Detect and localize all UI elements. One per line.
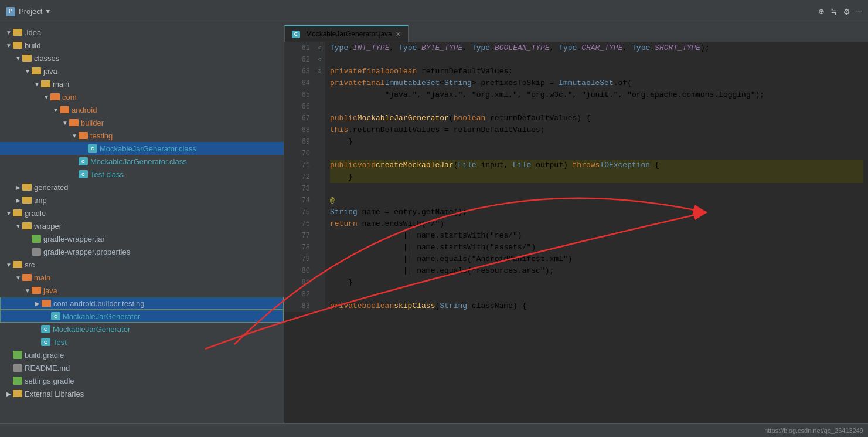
class-icon: C	[41, 325, 50, 333]
tree-arrow-icon[interactable]: ▶	[14, 184, 22, 191]
tree-arrow-icon[interactable]: ▼	[14, 223, 22, 229]
code-line: || name.equals("resources.arsc");	[330, 265, 863, 277]
folder-icon	[69, 119, 79, 126]
tree-label: testing	[90, 131, 113, 140]
tree-label: android	[72, 106, 97, 114]
tree-arrow-icon[interactable]: ▼	[5, 262, 13, 268]
tree-arrow-icon[interactable]: ▼	[5, 42, 13, 49]
title-bar-icons: ⊕ ≒ ⚙ —	[818, 6, 862, 18]
tree-arrow-icon[interactable]: ▼	[5, 210, 13, 216]
tab-close-button[interactable]: ✕	[396, 31, 401, 38]
tree-item[interactable]: ▼build	[0, 39, 284, 52]
tree-item[interactable]: ▼src	[0, 258, 284, 271]
tree-label: main	[34, 273, 50, 282]
tree-item[interactable]: ▶tmp	[0, 194, 284, 206]
code-line	[330, 101, 863, 113]
tree-arrow-icon[interactable]: ▼	[14, 275, 22, 281]
tree-label: builder	[81, 118, 104, 127]
tree-arrow-icon[interactable]: ▶	[5, 391, 13, 397]
main-content: ▼.idea▼build▼classes▼java▼main▼com▼andro…	[0, 23, 868, 423]
tree-label: generated	[34, 183, 69, 192]
tree-arrow-icon[interactable]: ▶	[33, 300, 42, 307]
tree-item[interactable]: CMockableJarGenerator	[0, 310, 284, 323]
class-icon: C	[41, 338, 50, 346]
tree-item[interactable]: ▼android	[0, 103, 284, 116]
tree-arrow-icon[interactable]: ▼	[70, 133, 79, 139]
status-url: https://blog.csdn.net/qq_26413249	[764, 427, 863, 434]
tree-label: main	[53, 80, 69, 89]
tree-item[interactable]: ▶External Libraries	[0, 387, 284, 400]
tree-arrow-icon[interactable]: ▼	[23, 68, 32, 74]
scope-icon[interactable]: ⊕	[818, 6, 824, 18]
tree-arrow-icon[interactable]: ▶	[14, 197, 22, 204]
tree-item[interactable]: ▶generated	[0, 181, 284, 194]
minimize-icon[interactable]: —	[856, 6, 862, 18]
code-line: String name = entry.getName();	[330, 206, 863, 218]
tree-arrow-icon[interactable]: ▼	[33, 81, 41, 87]
code-line	[330, 54, 863, 66]
tree-arrow-icon[interactable]: ▼	[52, 107, 60, 113]
gradle-icon	[13, 351, 22, 359]
code-area[interactable]: 6162636465666768697071727374757677787980…	[284, 42, 868, 423]
tab-mockablejargenerator[interactable]: C MockableJarGenerator.java ✕	[284, 25, 409, 42]
tree-arrow-icon[interactable]: ▼	[42, 94, 50, 100]
tree-item[interactable]: ▼wrapper	[0, 219, 284, 232]
code-line	[330, 289, 863, 300]
project-icon: P	[6, 7, 15, 16]
settings-icon[interactable]: ⚙	[844, 6, 850, 18]
tree-item[interactable]: CMockableJarGenerator.class	[0, 155, 284, 168]
tree-label: java	[43, 286, 57, 295]
tree-item[interactable]: ▼testing	[0, 129, 284, 142]
tree-item[interactable]: settings.gradle	[0, 374, 284, 387]
tree-arrow-icon[interactable]: ▼	[23, 287, 32, 294]
tree-item[interactable]: ▶com.android.builder.testing	[0, 297, 284, 310]
dropdown-arrow[interactable]: ▼	[46, 8, 50, 15]
tree-item[interactable]: CMockableJarGenerator.class	[0, 142, 284, 155]
folder-icon	[13, 261, 22, 268]
tree-item[interactable]: ▼java	[0, 65, 284, 77]
tree-label: MockableJarGenerator	[53, 325, 130, 334]
tree-item[interactable]: CMockableJarGenerator	[0, 323, 284, 336]
tree-label: README.md	[25, 364, 70, 372]
tree-item[interactable]: ▼main	[0, 271, 284, 284]
tree-item[interactable]: ▼java	[0, 284, 284, 297]
file-icon	[13, 364, 22, 372]
tree-item[interactable]: ▼classes	[0, 52, 284, 65]
tree-label: classes	[34, 54, 59, 63]
tree-item[interactable]: ▼builder	[0, 116, 284, 129]
file-tree[interactable]: ▼.idea▼build▼classes▼java▼main▼com▼andro…	[0, 23, 284, 423]
tree-item[interactable]: ▼main	[0, 77, 284, 90]
folder-icon	[13, 29, 22, 36]
status-bar: https://blog.csdn.net/qq_26413249	[0, 423, 868, 437]
collapse-icon[interactable]: ≒	[831, 6, 837, 18]
code-line: }	[330, 136, 863, 148]
tree-item[interactable]: CTest	[0, 336, 284, 348]
folder-icon	[22, 55, 32, 62]
tree-item[interactable]: CTest.class	[0, 168, 284, 181]
class-icon: C	[51, 312, 60, 320]
tree-arrow-icon[interactable]: ▼	[14, 55, 22, 62]
tree-item[interactable]: ▼gradle	[0, 206, 284, 219]
tree-item[interactable]: README.md	[0, 361, 284, 374]
sidebar: ▼.idea▼build▼classes▼java▼main▼com▼andro…	[0, 23, 284, 423]
folder-icon	[41, 80, 50, 87]
folder-icon	[22, 222, 32, 229]
code-line: private final boolean returnDefaultValue…	[330, 66, 863, 77]
tree-label: wrapper	[34, 222, 62, 231]
tree-label: settings.gradle	[25, 377, 74, 385]
tree-item[interactable]: build.gradle	[0, 348, 284, 361]
tree-label: com.android.builder.testing	[53, 299, 144, 308]
tree-item[interactable]: gradle-wrapper.jar	[0, 232, 284, 245]
code-line: }	[330, 277, 863, 289]
tree-item[interactable]: gradle-wrapper.properties	[0, 245, 284, 258]
code-line: || name.startsWith("res/")	[330, 230, 863, 242]
tree-label: build.gradle	[25, 351, 64, 360]
tree-item[interactable]: ▼.idea	[0, 26, 284, 39]
tree-item[interactable]: ▼com	[0, 90, 284, 103]
tree-arrow-icon[interactable]: ▼	[5, 29, 13, 36]
tab-bar: C MockableJarGenerator.java ✕	[284, 23, 868, 42]
tree-label: MockableJarGenerator	[63, 312, 140, 321]
tree-arrow-icon[interactable]: ▼	[61, 120, 69, 126]
folder-icon	[32, 287, 41, 294]
gradle-icon	[13, 377, 22, 385]
